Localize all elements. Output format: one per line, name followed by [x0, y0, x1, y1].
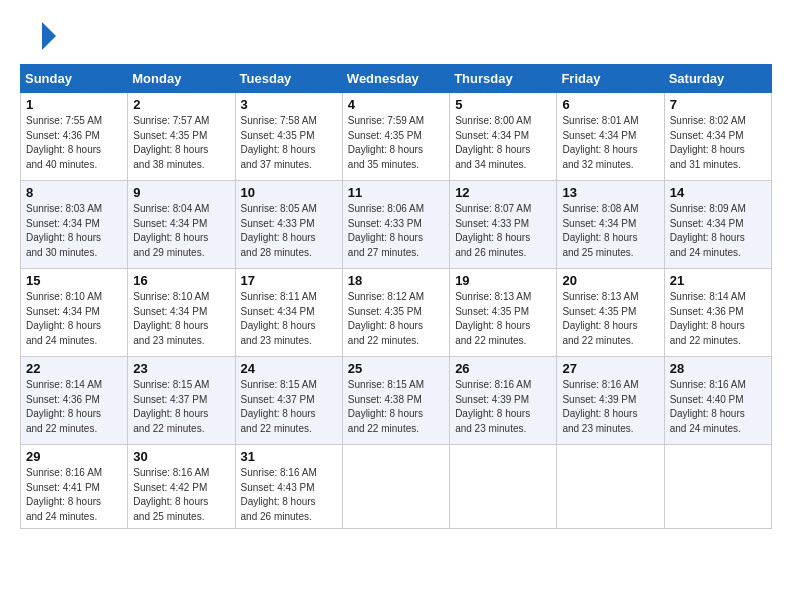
day-number-30: 30	[133, 449, 229, 464]
cell-content-3: Sunrise: 7:58 AMSunset: 4:35 PMDaylight:…	[241, 114, 337, 172]
week-row-3: 15 Sunrise: 8:10 AMSunset: 4:34 PMDaylig…	[21, 269, 772, 357]
day-cell-11: 11 Sunrise: 8:06 AMSunset: 4:33 PMDaylig…	[342, 181, 449, 269]
svg-marker-1	[48, 22, 56, 30]
day-number-8: 8	[26, 185, 122, 200]
day-cell-1: 1 Sunrise: 7:55 AMSunset: 4:36 PMDayligh…	[21, 93, 128, 181]
cell-content-11: Sunrise: 8:06 AMSunset: 4:33 PMDaylight:…	[348, 202, 444, 260]
cell-content-30: Sunrise: 8:16 AMSunset: 4:42 PMDaylight:…	[133, 466, 229, 524]
day-number-2: 2	[133, 97, 229, 112]
day-number-7: 7	[670, 97, 766, 112]
day-cell-10: 10 Sunrise: 8:05 AMSunset: 4:33 PMDaylig…	[235, 181, 342, 269]
day-number-14: 14	[670, 185, 766, 200]
cell-content-31: Sunrise: 8:16 AMSunset: 4:43 PMDaylight:…	[241, 466, 337, 524]
cell-content-12: Sunrise: 8:07 AMSunset: 4:33 PMDaylight:…	[455, 202, 551, 260]
day-number-19: 19	[455, 273, 551, 288]
day-cell-31: 31 Sunrise: 8:16 AMSunset: 4:43 PMDaylig…	[235, 445, 342, 529]
weekday-header-row: SundayMondayTuesdayWednesdayThursdayFrid…	[21, 65, 772, 93]
day-number-3: 3	[241, 97, 337, 112]
day-number-25: 25	[348, 361, 444, 376]
day-cell-5: 5 Sunrise: 8:00 AMSunset: 4:34 PMDayligh…	[450, 93, 557, 181]
empty-cell	[450, 445, 557, 529]
cell-content-9: Sunrise: 8:04 AMSunset: 4:34 PMDaylight:…	[133, 202, 229, 260]
cell-content-29: Sunrise: 8:16 AMSunset: 4:41 PMDaylight:…	[26, 466, 122, 524]
cell-content-21: Sunrise: 8:14 AMSunset: 4:36 PMDaylight:…	[670, 290, 766, 348]
day-cell-15: 15 Sunrise: 8:10 AMSunset: 4:34 PMDaylig…	[21, 269, 128, 357]
day-cell-13: 13 Sunrise: 8:08 AMSunset: 4:34 PMDaylig…	[557, 181, 664, 269]
week-row-1: 1 Sunrise: 7:55 AMSunset: 4:36 PMDayligh…	[21, 93, 772, 181]
day-cell-28: 28 Sunrise: 8:16 AMSunset: 4:40 PMDaylig…	[664, 357, 771, 445]
day-number-9: 9	[133, 185, 229, 200]
cell-content-16: Sunrise: 8:10 AMSunset: 4:34 PMDaylight:…	[133, 290, 229, 348]
day-number-10: 10	[241, 185, 337, 200]
day-cell-12: 12 Sunrise: 8:07 AMSunset: 4:33 PMDaylig…	[450, 181, 557, 269]
day-cell-3: 3 Sunrise: 7:58 AMSunset: 4:35 PMDayligh…	[235, 93, 342, 181]
cell-content-4: Sunrise: 7:59 AMSunset: 4:35 PMDaylight:…	[348, 114, 444, 172]
day-number-23: 23	[133, 361, 229, 376]
day-number-20: 20	[562, 273, 658, 288]
day-number-5: 5	[455, 97, 551, 112]
week-row-5: 29 Sunrise: 8:16 AMSunset: 4:41 PMDaylig…	[21, 445, 772, 529]
day-number-4: 4	[348, 97, 444, 112]
week-row-4: 22 Sunrise: 8:14 AMSunset: 4:36 PMDaylig…	[21, 357, 772, 445]
day-cell-4: 4 Sunrise: 7:59 AMSunset: 4:35 PMDayligh…	[342, 93, 449, 181]
day-cell-18: 18 Sunrise: 8:12 AMSunset: 4:35 PMDaylig…	[342, 269, 449, 357]
cell-content-15: Sunrise: 8:10 AMSunset: 4:34 PMDaylight:…	[26, 290, 122, 348]
cell-content-6: Sunrise: 8:01 AMSunset: 4:34 PMDaylight:…	[562, 114, 658, 172]
page-container: SundayMondayTuesdayWednesdayThursdayFrid…	[0, 0, 792, 543]
cell-content-18: Sunrise: 8:12 AMSunset: 4:35 PMDaylight:…	[348, 290, 444, 348]
cell-content-14: Sunrise: 8:09 AMSunset: 4:34 PMDaylight:…	[670, 202, 766, 260]
cell-content-19: Sunrise: 8:13 AMSunset: 4:35 PMDaylight:…	[455, 290, 551, 348]
day-number-21: 21	[670, 273, 766, 288]
day-number-12: 12	[455, 185, 551, 200]
day-cell-20: 20 Sunrise: 8:13 AMSunset: 4:35 PMDaylig…	[557, 269, 664, 357]
cell-content-25: Sunrise: 8:15 AMSunset: 4:38 PMDaylight:…	[348, 378, 444, 436]
empty-cell	[664, 445, 771, 529]
cell-content-27: Sunrise: 8:16 AMSunset: 4:39 PMDaylight:…	[562, 378, 658, 436]
day-cell-23: 23 Sunrise: 8:15 AMSunset: 4:37 PMDaylig…	[128, 357, 235, 445]
logo	[20, 18, 60, 54]
day-cell-6: 6 Sunrise: 8:01 AMSunset: 4:34 PMDayligh…	[557, 93, 664, 181]
day-cell-7: 7 Sunrise: 8:02 AMSunset: 4:34 PMDayligh…	[664, 93, 771, 181]
empty-cell	[342, 445, 449, 529]
cell-content-24: Sunrise: 8:15 AMSunset: 4:37 PMDaylight:…	[241, 378, 337, 436]
cell-content-10: Sunrise: 8:05 AMSunset: 4:33 PMDaylight:…	[241, 202, 337, 260]
header	[20, 18, 772, 54]
cell-content-8: Sunrise: 8:03 AMSunset: 4:34 PMDaylight:…	[26, 202, 122, 260]
day-cell-19: 19 Sunrise: 8:13 AMSunset: 4:35 PMDaylig…	[450, 269, 557, 357]
day-number-15: 15	[26, 273, 122, 288]
weekday-header-thursday: Thursday	[450, 65, 557, 93]
weekday-header-wednesday: Wednesday	[342, 65, 449, 93]
day-number-16: 16	[133, 273, 229, 288]
svg-marker-0	[42, 22, 56, 50]
weekday-header-saturday: Saturday	[664, 65, 771, 93]
empty-cell	[557, 445, 664, 529]
cell-content-20: Sunrise: 8:13 AMSunset: 4:35 PMDaylight:…	[562, 290, 658, 348]
day-number-18: 18	[348, 273, 444, 288]
cell-content-22: Sunrise: 8:14 AMSunset: 4:36 PMDaylight:…	[26, 378, 122, 436]
day-cell-8: 8 Sunrise: 8:03 AMSunset: 4:34 PMDayligh…	[21, 181, 128, 269]
calendar-table: SundayMondayTuesdayWednesdayThursdayFrid…	[20, 64, 772, 529]
logo-icon	[20, 18, 56, 54]
day-number-13: 13	[562, 185, 658, 200]
cell-content-17: Sunrise: 8:11 AMSunset: 4:34 PMDaylight:…	[241, 290, 337, 348]
day-cell-2: 2 Sunrise: 7:57 AMSunset: 4:35 PMDayligh…	[128, 93, 235, 181]
day-cell-26: 26 Sunrise: 8:16 AMSunset: 4:39 PMDaylig…	[450, 357, 557, 445]
day-number-22: 22	[26, 361, 122, 376]
day-number-26: 26	[455, 361, 551, 376]
day-cell-22: 22 Sunrise: 8:14 AMSunset: 4:36 PMDaylig…	[21, 357, 128, 445]
day-cell-25: 25 Sunrise: 8:15 AMSunset: 4:38 PMDaylig…	[342, 357, 449, 445]
day-cell-16: 16 Sunrise: 8:10 AMSunset: 4:34 PMDaylig…	[128, 269, 235, 357]
day-cell-30: 30 Sunrise: 8:16 AMSunset: 4:42 PMDaylig…	[128, 445, 235, 529]
day-number-28: 28	[670, 361, 766, 376]
cell-content-28: Sunrise: 8:16 AMSunset: 4:40 PMDaylight:…	[670, 378, 766, 436]
week-row-2: 8 Sunrise: 8:03 AMSunset: 4:34 PMDayligh…	[21, 181, 772, 269]
cell-content-5: Sunrise: 8:00 AMSunset: 4:34 PMDaylight:…	[455, 114, 551, 172]
cell-content-7: Sunrise: 8:02 AMSunset: 4:34 PMDaylight:…	[670, 114, 766, 172]
cell-content-13: Sunrise: 8:08 AMSunset: 4:34 PMDaylight:…	[562, 202, 658, 260]
cell-content-23: Sunrise: 8:15 AMSunset: 4:37 PMDaylight:…	[133, 378, 229, 436]
day-number-31: 31	[241, 449, 337, 464]
day-cell-9: 9 Sunrise: 8:04 AMSunset: 4:34 PMDayligh…	[128, 181, 235, 269]
day-number-27: 27	[562, 361, 658, 376]
day-number-17: 17	[241, 273, 337, 288]
day-cell-17: 17 Sunrise: 8:11 AMSunset: 4:34 PMDaylig…	[235, 269, 342, 357]
